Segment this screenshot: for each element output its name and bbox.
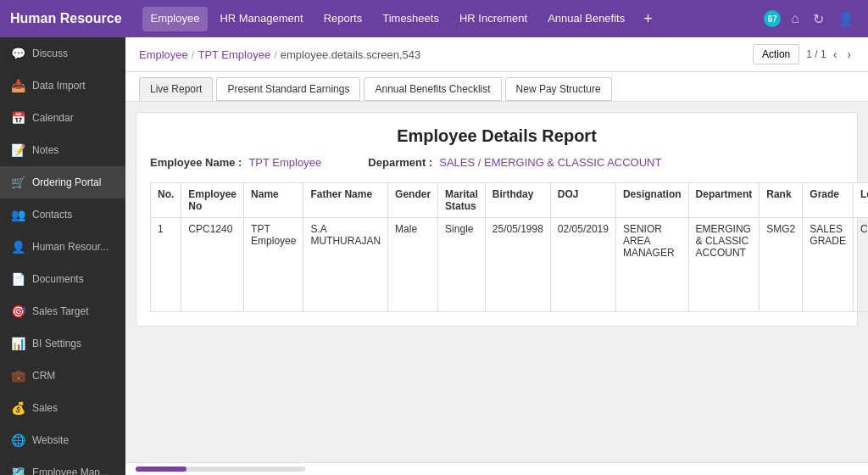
tab-live-report[interactable]: Live Report xyxy=(139,77,213,101)
col-header-birthday: Birthday xyxy=(485,183,550,218)
crm-icon: 💼 xyxy=(10,368,25,383)
nav-item-hr-increment[interactable]: HR Increment xyxy=(451,7,536,31)
nav-item-employee[interactable]: Employee xyxy=(142,7,209,31)
cell-row0-col3: S.A MUTHURAJAN xyxy=(303,218,388,312)
cell-row0-col1: CPC1240 xyxy=(181,218,244,312)
report-container: Employee Details Report Employee Name : … xyxy=(125,102,868,462)
cell-row0-col6: 25/05/1998 xyxy=(485,218,550,312)
tab-new-pay-structure[interactable]: New Pay Structure xyxy=(505,77,612,101)
cell-row0-col9: EMERGING & CLASSIC ACCOUNT xyxy=(688,218,760,312)
sidebar-label-calendar: Calendar xyxy=(32,112,74,124)
table-row: 1CPC1240TPT EmployeeS.A MUTHURAJANMaleSi… xyxy=(151,218,869,312)
cell-row0-col4: Male xyxy=(388,218,438,312)
sidebar-item-ordering-portal[interactable]: 🛒 Ordering Portal xyxy=(0,166,125,198)
action-button[interactable]: Action xyxy=(753,44,799,64)
sidebar-item-documents[interactable]: 📄 Documents xyxy=(0,263,125,295)
next-page-button[interactable]: › xyxy=(843,46,854,63)
sidebar-item-discuss[interactable]: 💬 Discuss xyxy=(0,37,125,70)
discuss-icon: 💬 xyxy=(10,46,25,61)
refresh-icon[interactable]: ↻ xyxy=(810,9,827,29)
meta-divider xyxy=(342,156,348,169)
documents-icon: 📄 xyxy=(10,271,25,287)
human-resource-icon: 👤 xyxy=(10,239,25,254)
cell-row0-col12: CHENNAI xyxy=(853,218,868,312)
sidebar-label-data-import: Data Import xyxy=(32,80,86,92)
report-title: Employee Details Report xyxy=(150,126,843,146)
data-import-icon: 📥 xyxy=(10,78,25,93)
meta-dept-label: Deparment : xyxy=(368,156,432,169)
col-header-rank: Rank xyxy=(760,183,803,218)
nav-menu: Employee HR Management Reports Timesheet… xyxy=(142,7,765,31)
nav-item-timesheets[interactable]: Timesheets xyxy=(374,7,448,31)
nav-item-reports[interactable]: Reports xyxy=(315,7,371,31)
col-header-department: Department xyxy=(688,183,760,218)
col-header-marital-status: Marital Status xyxy=(438,183,486,218)
breadcrumb-screen: employee.details.screen,543 xyxy=(281,48,421,61)
nav-item-hr-management[interactable]: HR Management xyxy=(211,7,311,31)
employee-map-icon: 🗺️ xyxy=(10,465,25,475)
cell-row0-col2: TPT Employee xyxy=(244,218,303,312)
tab-annual-benefits-checklist[interactable]: Annual Benefits Checklist xyxy=(364,77,501,101)
col-header-grade: Grade xyxy=(803,183,854,218)
sidebar-item-data-import[interactable]: 📥 Data Import xyxy=(0,70,125,102)
sidebar-label-notes: Notes xyxy=(32,144,58,156)
col-header-doj: DOJ xyxy=(550,183,615,218)
cell-row0-col11: SALES GRADE xyxy=(803,218,854,312)
tabs-bar: Live Report Present Standard Earnings An… xyxy=(125,72,868,102)
sidebar-label-sales: Sales xyxy=(32,402,58,414)
sidebar-item-calendar[interactable]: 📅 Calendar xyxy=(0,102,125,134)
sidebar-item-sales[interactable]: 💰 Sales xyxy=(0,392,125,424)
horizontal-scrollbar[interactable] xyxy=(136,467,305,472)
content-area: Employee / TPT Employee / employee.detai… xyxy=(125,37,868,475)
nav-plus-button[interactable]: + xyxy=(637,7,659,31)
col-header-gender: Gender xyxy=(388,183,438,218)
breadcrumb-employee[interactable]: Employee xyxy=(139,48,188,61)
meta-dept-value: SALES / EMERGING & CLASSIC ACCOUNT xyxy=(439,156,661,169)
notification-badge[interactable]: 67 xyxy=(764,10,781,27)
sidebar-item-website[interactable]: 🌐 Website xyxy=(0,424,125,456)
sidebar-label-bi-settings: BI Settings xyxy=(32,338,81,349)
home-icon[interactable]: ⌂ xyxy=(787,9,803,28)
report-meta: Employee Name : TPT Employee Deparment :… xyxy=(150,156,843,169)
sidebar-label-human-resource: Human Resour... xyxy=(32,241,108,253)
employee-details-table: No. Employee No Name Father Name Gender … xyxy=(150,182,868,312)
sidebar-label-documents: Documents xyxy=(32,273,84,285)
breadcrumb-sep-1: / xyxy=(192,48,195,61)
col-header-emp-no: Employee No xyxy=(181,183,244,218)
top-right-icons: 67 ⌂ ↻ 👤 xyxy=(764,9,858,29)
breadcrumb-bar: Employee / TPT Employee / employee.detai… xyxy=(125,37,868,72)
sidebar-label-ordering-portal: Ordering Portal xyxy=(32,176,101,188)
sidebar-label-crm: CRM xyxy=(32,370,55,382)
scroll-thumb[interactable] xyxy=(136,467,186,472)
breadcrumb-actions: Action 1 / 1 ‹ › xyxy=(753,44,854,64)
sidebar: 💬 Discuss 📥 Data Import 📅 Calendar 📝 Not… xyxy=(0,37,125,475)
sidebar-item-contacts[interactable]: 👥 Contacts xyxy=(0,198,125,231)
sidebar-item-employee-map[interactable]: 🗺️ Employee Map... xyxy=(0,456,125,475)
cell-row0-col5: Single xyxy=(438,218,486,312)
sidebar-item-sales-target[interactable]: 🎯 Sales Target xyxy=(0,295,125,327)
sidebar-label-website: Website xyxy=(32,434,69,446)
breadcrumb-tpt-employee[interactable]: TPT Employee xyxy=(198,48,270,61)
sidebar-item-notes[interactable]: 📝 Notes xyxy=(0,134,125,166)
sidebar-item-bi-settings[interactable]: 📊 BI Settings xyxy=(0,327,125,360)
breadcrumb-sep-2: / xyxy=(274,48,277,61)
col-header-name: Name xyxy=(244,183,303,218)
sales-target-icon: 🎯 xyxy=(10,304,25,319)
meta-name-value: TPT Employee xyxy=(248,156,321,169)
bi-settings-icon: 📊 xyxy=(10,336,25,351)
ordering-portal-icon: 🛒 xyxy=(10,175,25,190)
prev-page-button[interactable]: ‹ xyxy=(830,46,841,63)
contacts-icon: 👥 xyxy=(10,207,25,222)
sidebar-item-human-resource[interactable]: 👤 Human Resour... xyxy=(0,231,125,263)
sidebar-item-crm[interactable]: 💼 CRM xyxy=(0,360,125,392)
sales-icon: 💰 xyxy=(10,400,25,416)
nav-item-annual-benefits[interactable]: Annual Benefits xyxy=(539,7,633,31)
scroll-area xyxy=(125,462,868,475)
sidebar-label-discuss: Discuss xyxy=(32,48,68,59)
meta-name-label: Employee Name : xyxy=(150,156,242,169)
tab-present-standard-earnings[interactable]: Present Standard Earnings xyxy=(216,77,360,101)
sidebar-label-employee-map: Employee Map... xyxy=(32,467,108,475)
top-navigation: Human Resource Employee HR Management Re… xyxy=(0,0,868,37)
cell-row0-col7: 02/05/2019 xyxy=(550,218,615,312)
user-avatar[interactable]: 👤 xyxy=(834,9,858,29)
